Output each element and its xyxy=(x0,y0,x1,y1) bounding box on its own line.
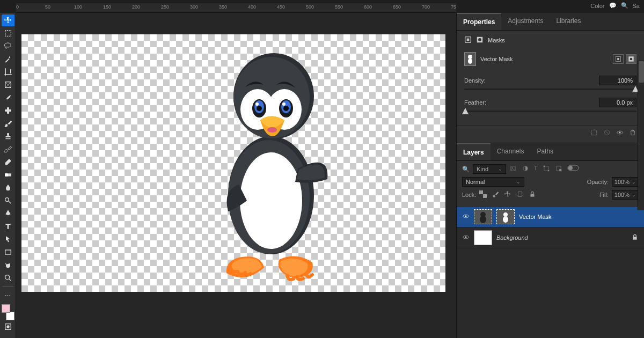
panel-scrollbar[interactable] xyxy=(638,60,644,210)
feather-value[interactable]: 0.0 px xyxy=(599,98,636,107)
svg-point-10 xyxy=(6,325,9,328)
color-panel-label[interactable]: Color xyxy=(590,3,604,9)
lock-artboard-icon[interactable] xyxy=(516,190,524,199)
lasso-tool[interactable] xyxy=(2,40,14,52)
svg-point-26 xyxy=(267,127,277,133)
lock-pixels-icon[interactable] xyxy=(492,190,499,199)
svg-rect-28 xyxy=(467,39,470,41)
visibility-toggle-icon[interactable] xyxy=(462,233,470,242)
feather-slider[interactable] xyxy=(464,111,636,112)
eyedropper-tool[interactable] xyxy=(2,92,14,104)
toggle-mask-icon[interactable] xyxy=(616,129,624,137)
color-swatches[interactable] xyxy=(2,304,14,320)
zoom-tool[interactable] xyxy=(2,272,14,284)
select-vector-mask-icon[interactable] xyxy=(626,54,636,64)
layer-kind-filter[interactable]: Kind⌄ xyxy=(473,164,506,174)
svg-rect-52 xyxy=(479,190,483,194)
stamp-tool[interactable] xyxy=(2,130,14,142)
dodge-tool[interactable] xyxy=(2,195,14,207)
search-icon[interactable]: 🔍 xyxy=(621,2,628,9)
canvas-area xyxy=(16,13,456,338)
canvas[interactable] xyxy=(21,34,445,292)
edit-toolbar[interactable]: ⋯ xyxy=(2,290,14,302)
svg-point-30 xyxy=(478,38,481,41)
density-value[interactable]: 100% xyxy=(599,76,636,85)
opacity-value[interactable]: 100%⌄ xyxy=(612,177,639,187)
comment-icon[interactable]: 💬 xyxy=(609,2,617,9)
layer-thumbnail[interactable] xyxy=(474,230,492,245)
filter-smartobj-icon[interactable] xyxy=(555,165,562,173)
background-color-swatch[interactable] xyxy=(6,312,14,320)
layers-section: Layers Channels Paths 🔍 Kind⌄ T Normal⌄ … xyxy=(457,143,644,338)
brush-tool[interactable] xyxy=(2,117,14,129)
tab-properties[interactable]: Properties xyxy=(457,13,501,30)
svg-rect-5 xyxy=(5,173,8,176)
lock-position-icon[interactable] xyxy=(504,190,511,199)
svg-point-63 xyxy=(503,216,508,223)
fill-value[interactable]: 100%⌄ xyxy=(612,190,639,200)
tab-channels[interactable]: Channels xyxy=(491,143,531,160)
history-brush-tool[interactable] xyxy=(2,143,14,155)
blur-tool[interactable] xyxy=(2,182,14,194)
svg-point-25 xyxy=(282,102,286,106)
filter-adjustment-icon[interactable] xyxy=(522,165,529,173)
crop-tool[interactable] xyxy=(2,66,14,78)
frame-tool[interactable] xyxy=(2,79,14,91)
svg-point-31 xyxy=(468,55,472,59)
svg-point-50 xyxy=(568,166,573,170)
hand-tool[interactable] xyxy=(2,259,14,271)
tab-libraries[interactable]: Libraries xyxy=(550,13,587,30)
invert-mask-icon[interactable] xyxy=(603,129,611,137)
marquee-tool[interactable] xyxy=(2,27,14,39)
heal-tool[interactable] xyxy=(2,105,14,116)
toolbox: ⋯ xyxy=(0,13,16,338)
path-select-tool[interactable] xyxy=(2,233,14,245)
tab-adjustments[interactable]: Adjustments xyxy=(501,13,550,30)
svg-point-65 xyxy=(465,237,467,238)
foreground-color-swatch[interactable] xyxy=(2,304,10,313)
move-tool[interactable] xyxy=(2,14,14,26)
filter-toggle-icon[interactable] xyxy=(567,165,579,173)
layer-name[interactable]: Vector Mask xyxy=(519,214,552,220)
pen-tool[interactable] xyxy=(2,208,14,219)
pixel-mask-icon[interactable] xyxy=(464,36,472,45)
layer-item-vector-mask[interactable]: Vector Mask xyxy=(457,207,644,227)
blend-mode-select[interactable]: Normal⌄ xyxy=(462,177,524,187)
eraser-tool[interactable] xyxy=(2,156,14,168)
svg-rect-53 xyxy=(483,194,487,198)
svg-point-40 xyxy=(619,132,621,134)
vector-mask-icon[interactable] xyxy=(476,36,484,45)
tab-paths[interactable]: Paths xyxy=(530,143,560,160)
filter-shape-icon[interactable] xyxy=(543,165,550,173)
svg-rect-46 xyxy=(548,170,549,171)
density-label: Density: xyxy=(464,77,599,84)
lock-icon[interactable] xyxy=(631,233,639,242)
delete-mask-icon[interactable] xyxy=(629,129,636,137)
lock-all-icon[interactable] xyxy=(529,190,536,199)
quickmask-toggle[interactable] xyxy=(2,321,14,333)
layer-search-icon[interactable]: 🔍 xyxy=(462,166,470,173)
svg-rect-7 xyxy=(5,250,11,254)
lock-transparency-icon[interactable] xyxy=(479,190,487,199)
tab-layers[interactable]: Layers xyxy=(457,143,491,160)
properties-panel: Masks Vector Mask Density: 100% Feather:… xyxy=(457,31,644,125)
svg-rect-66 xyxy=(633,237,637,239)
gradient-tool[interactable] xyxy=(2,169,14,181)
mask-thumbnail[interactable] xyxy=(464,52,476,66)
filter-type-icon[interactable]: T xyxy=(534,165,538,173)
layer-thumbnail[interactable] xyxy=(474,209,492,224)
wand-tool[interactable] xyxy=(2,53,14,65)
layer-item-background[interactable]: Background xyxy=(457,227,644,248)
layer-mask-thumbnail[interactable] xyxy=(496,209,515,224)
layer-name[interactable]: Background xyxy=(496,234,528,241)
mask-type-label: Vector Mask xyxy=(480,56,513,62)
visibility-toggle-icon[interactable] xyxy=(462,212,470,221)
svg-point-22 xyxy=(257,106,262,111)
density-slider[interactable] xyxy=(464,89,636,90)
rectangle-tool[interactable] xyxy=(2,246,14,258)
mask-from-selection-icon[interactable] xyxy=(590,129,598,137)
type-tool[interactable] xyxy=(2,221,14,232)
filter-pixel-icon[interactable] xyxy=(509,165,517,173)
select-pixel-mask-icon[interactable] xyxy=(613,54,624,64)
search-placeholder[interactable]: Sa xyxy=(633,3,640,9)
